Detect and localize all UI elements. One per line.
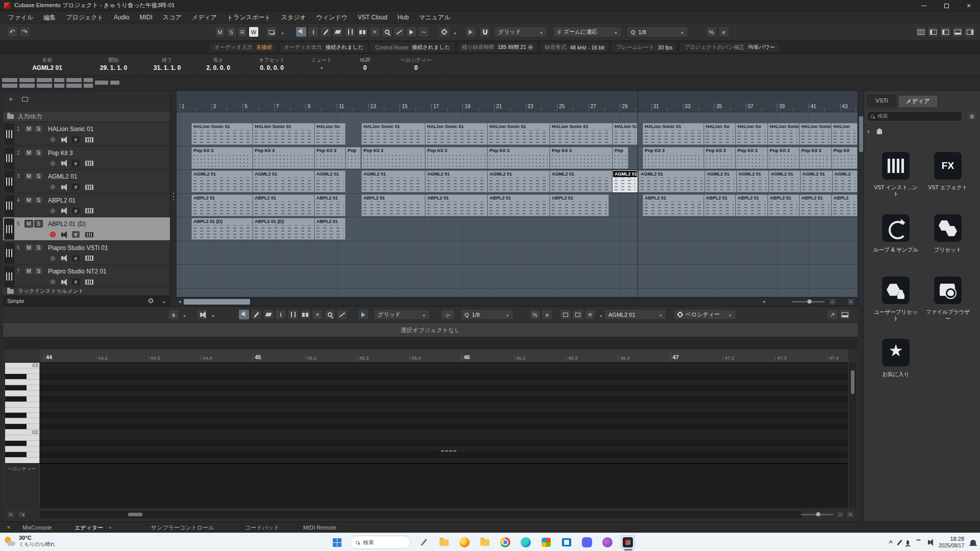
info-field-2[interactable]: 終了31. 1. 1. 0 — [142, 54, 193, 76]
maximize-button[interactable] — [935, 0, 958, 11]
midi-clip[interactable]: HALion Sonic 01 — [253, 123, 314, 145]
line-tool[interactable] — [394, 27, 405, 37]
right-zone-toggle-button[interactable] — [964, 27, 975, 37]
split-tool[interactable] — [345, 27, 356, 37]
editor-quantize-panel-button[interactable]: e — [542, 309, 553, 320]
editor-snap-type-combo[interactable]: グリッド — [374, 309, 430, 320]
media-tile-presets[interactable]: プリセット — [924, 214, 971, 253]
automation-dropdown-icon[interactable] — [278, 28, 284, 37]
midi-clip[interactable]: ABPL2 01 — [704, 194, 736, 216]
arrange-vscrollbar[interactable] — [857, 91, 864, 306]
editor-iterative-quantize-button[interactable]: % — [529, 309, 541, 320]
info-field-3[interactable]: 長さ2. 0. 0. 0 — [193, 54, 244, 76]
info-field-4[interactable]: オフセット0. 0. 0. 0 — [244, 54, 300, 76]
track-row-6[interactable]: 6MSPiapro Studio VSTi 01e — [3, 241, 170, 265]
arrange-area[interactable]: 135791113151719212325272931333537394143 … — [177, 91, 857, 306]
white-key[interactable] — [5, 458, 39, 463]
edit-channel-button[interactable]: e — [72, 255, 80, 262]
note-row[interactable] — [40, 458, 848, 463]
white-key[interactable]: C3 — [5, 363, 39, 368]
midi-clip[interactable]: HALion Sonic 01 — [768, 123, 799, 145]
menu-item-9[interactable]: ウィンドウ — [311, 11, 353, 23]
midi-clip[interactable]: ABPL2 01 — [768, 194, 799, 216]
iterative-quantize-button[interactable]: % — [706, 27, 717, 37]
cubase-taskbar-icon[interactable] — [621, 535, 635, 549]
midi-clip[interactable]: Pop Kit 3 — [736, 147, 768, 169]
midi-clip[interactable]: AGML2 01 — [800, 170, 832, 192]
note-row[interactable] — [40, 435, 848, 441]
feedback-dropdown-icon[interactable] — [208, 310, 215, 319]
white-key[interactable] — [5, 391, 39, 396]
midi-clip[interactable]: ABPL2 01 (D) — [253, 218, 314, 240]
record-enable-button[interactable] — [50, 279, 56, 285]
info-field-7[interactable]: ベロシティー0 — [387, 54, 446, 76]
color-dropdown-icon[interactable] — [450, 28, 457, 37]
tray-pen-icon[interactable] — [899, 539, 900, 546]
media-search-box[interactable]: 検索 — [867, 111, 962, 121]
editor-object-selection-tool[interactable] — [238, 309, 250, 320]
controller-lane-combo[interactable]: ベロシティー — [674, 309, 736, 320]
midi-clip[interactable]: Pop Kit 3 — [704, 147, 736, 169]
record-enable-button[interactable] — [50, 184, 56, 190]
quantize-panel-button[interactable]: e — [718, 27, 729, 37]
midi-clip[interactable]: HALion So — [736, 123, 768, 145]
tray-chevron-up-icon[interactable] — [889, 539, 893, 546]
midi-clip[interactable]: Pop Kit 3 — [799, 147, 831, 169]
midi-clip[interactable]: Pop — [612, 147, 628, 169]
editor-hscrollbar[interactable] — [40, 511, 802, 518]
editor-quantize-combo[interactable]: Q1/8 — [460, 309, 513, 320]
chrome-icon[interactable] — [498, 535, 512, 549]
black-key[interactable] — [5, 424, 39, 430]
autoscroll-button[interactable] — [465, 27, 476, 37]
mute-tool[interactable] — [369, 27, 380, 37]
midi-clip[interactable]: ABPL2 01 — [487, 194, 550, 216]
menu-item-12[interactable]: マニュアル — [414, 11, 455, 23]
info-line-toggle-button[interactable] — [927, 27, 939, 37]
editor-add-lane-button[interactable] — [7, 511, 14, 518]
note-row[interactable] — [40, 452, 848, 458]
menu-item-5[interactable]: スコア — [158, 11, 187, 23]
rack-instruments-row[interactable]: ラックインストゥルメント — [3, 287, 170, 295]
bottom-tab-2[interactable]: サンプラーコントロール — [151, 522, 214, 533]
midi-clip[interactable]: AGML2 01 — [705, 170, 737, 192]
menu-item-3[interactable]: Audio — [109, 11, 135, 23]
midi-clip[interactable]: HALion So — [612, 123, 638, 145]
editor-erase-tool[interactable] — [263, 309, 274, 320]
midi-clip[interactable]: AGML2 01 — [550, 170, 612, 192]
black-key[interactable] — [5, 452, 39, 458]
midi-clip[interactable]: AGML2 01 — [487, 170, 550, 192]
start-button[interactable] — [330, 535, 344, 549]
media-list-view-button[interactable] — [967, 111, 977, 121]
menu-item-2[interactable]: プロジェクト — [61, 11, 109, 23]
monitor-button[interactable] — [61, 233, 63, 237]
arrange-lane-7[interactable] — [177, 265, 857, 289]
event-colors-button[interactable] — [584, 309, 596, 320]
midi-clip[interactable]: Pop Kit 3 — [253, 147, 314, 169]
editor-trim-tool[interactable] — [275, 309, 286, 320]
automation-panel-button[interactable] — [266, 27, 277, 37]
midi-clip[interactable]: AGML2 01 — [769, 170, 800, 192]
editor-glue-tool[interactable] — [300, 309, 311, 320]
zone-splitter[interactable] — [170, 91, 177, 306]
edit-channel-button[interactable]: e — [72, 279, 80, 285]
black-key[interactable] — [5, 441, 39, 446]
track-solo-button[interactable]: S — [34, 220, 43, 228]
midi-input-button[interactable] — [572, 309, 583, 320]
editor-draw-tool[interactable] — [251, 309, 262, 320]
editor-autoscroll-button[interactable] — [358, 309, 369, 320]
record-enable-button[interactable] — [50, 208, 56, 214]
midi-clip[interactable]: HALion — [831, 123, 857, 145]
play-tool[interactable] — [406, 27, 417, 37]
range-selection-tool[interactable] — [308, 27, 319, 37]
color-menu-button[interactable] — [438, 27, 450, 37]
midi-clip[interactable]: Pop Kit 3 — [550, 147, 612, 169]
midi-clip[interactable]: Pop Kit 3 — [361, 147, 425, 169]
white-key[interactable] — [5, 446, 39, 452]
file-explorer-icon[interactable] — [437, 535, 451, 549]
track-solo-button[interactable]: S — [34, 196, 43, 204]
white-key[interactable] — [5, 435, 39, 441]
record-enable-button[interactable] — [50, 256, 56, 261]
editor-setup-button[interactable] — [839, 309, 850, 320]
media-tile-vst-instruments[interactable]: VST インスト...ント — [872, 152, 919, 197]
midi-clip[interactable]: HALion So — [704, 123, 736, 145]
